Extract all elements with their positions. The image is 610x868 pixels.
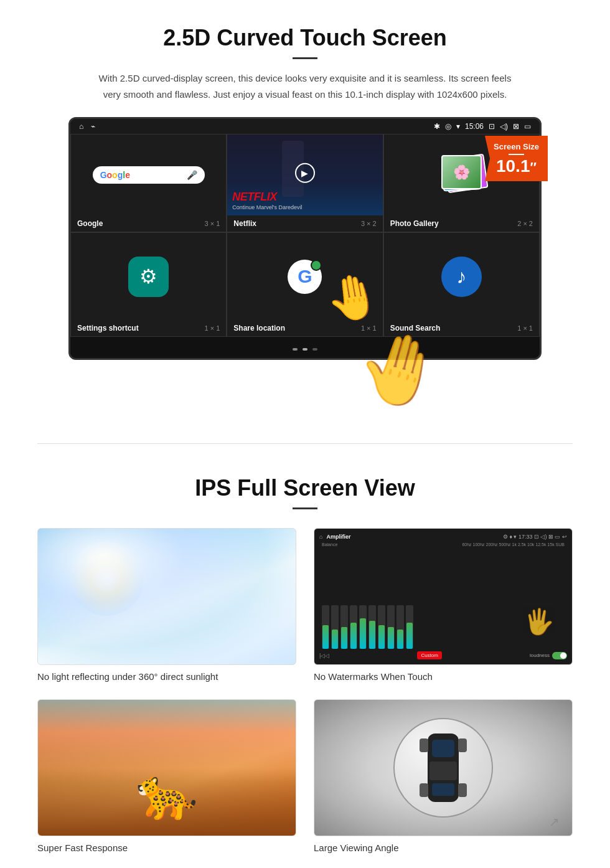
curved-title: 2.5D Curved Touch Screen [37,25,573,51]
feature-grid: No light reflecting under 360° direct su… [37,528,573,853]
camera-icon: ⊡ [489,122,495,131]
settings-cell-inner: ⚙ ⚙ [71,233,226,320]
app-cell-google[interactable]: Google 🎤 Google 3 × 1 [70,134,227,232]
settings-app-name: Settings shortcut [77,324,139,333]
badge-divider [509,154,524,155]
badge-title-text: Screen Size [494,142,539,151]
gmaps-icon-wrap: G [288,260,322,294]
device-frame: ⌂ ⌁ ✱ ◎ ▾ 15:06 ⊡ ◁) ⊠ ▭ [68,117,542,360]
svg-rect-2 [429,762,457,780]
badge-size-text: 10.1″ [494,158,539,175]
netflix-logo: NETFLIX [232,191,277,204]
feature-amplifier: ⌂ Amplifier ⚙ ♦ ▾ 17:33 ⊡ ◁) ⊠ ▭ ↩ Balan… [314,528,573,682]
amp-freq-labels: Balance 60hz 100hz 200hz 500hz 1k 2.5k 1… [319,542,567,547]
angle-arrow-icon: ↗ [549,814,560,829]
screen-size-badge: Screen Size 10.1″ [485,136,548,181]
settings-icon-wrap: ⚙ [128,257,169,297]
amp-loudness-label: loudness [530,653,550,658]
status-left: ⌂ ⌁ [79,122,95,131]
car-view-circle [393,718,493,818]
sunlight-caption: No light reflecting under 360° direct su… [37,671,296,682]
netflix-label-row: Netflix 3 × 2 [227,215,382,232]
photo-app-size: 2 × 2 [517,220,533,227]
amp-bar-6 [378,605,385,649]
netflix-subtitle: Continue Marvel's Daredevil [232,204,302,210]
flower-icon: 🌸 [453,164,470,181]
settings-label-row: Settings shortcut 1 × 1 [71,320,226,336]
google-app-name: Google [77,219,103,228]
ips-title: IPS Full Screen View [37,475,573,501]
amp-bar-0 [322,605,329,649]
share-cell-inner: G 🤚 [227,233,382,320]
title-underline [293,57,317,59]
amp-bar-8 [396,605,404,649]
svg-rect-6 [420,783,428,797]
g-maps-icon: G [288,260,322,294]
gear-icon: ⚙ [139,265,157,288]
device-container: Screen Size 10.1″ ⌂ ⌁ ✱ ◎ ▾ 15:06 ⊡ [68,117,542,360]
ips-title-underline [293,507,317,509]
section-divider [37,443,573,444]
amp-bars-section: 🖐 [319,547,567,649]
amp-bar-9 [406,605,413,649]
feature-car: ↗ Large Viewing Angle [314,699,573,853]
amp-header: ⌂ Amplifier ⚙ ♦ ▾ 17:33 ⊡ ◁) ⊠ ▭ ↩ [319,534,567,540]
volume-icon: ◁) [500,122,508,131]
hand-pointing-icon: 🤚 [321,268,383,328]
photo-app-name: Photo Gallery [390,219,439,228]
svg-rect-7 [458,783,467,797]
close-icon: ⊠ [513,122,519,131]
app-cell-share[interactable]: G 🤚 Share location 1 × 1 [227,232,383,337]
svg-rect-4 [420,738,428,752]
status-bar: ⌂ ⌁ ✱ ◎ ▾ 15:06 ⊡ ◁) ⊠ ▭ [70,119,540,134]
amp-prev-icon: |◁◁ [319,653,329,659]
photo-card-top: 🌸 [441,155,482,189]
pagination-dots [70,337,540,358]
photo-stack: 🌸 [436,150,486,200]
cheetah-emoji: 🐆 [136,765,198,823]
amp-bottom-controls: |◁◁ Custom loudness [319,651,567,659]
amp-icons: ⚙ ♦ ▾ 17:33 ⊡ ◁) ⊠ ▭ ↩ [503,534,567,540]
car-image: ↗ [314,699,573,836]
google-search-bar[interactable]: Google 🎤 [93,166,205,184]
window-icon: ▭ [524,122,531,131]
amp-custom-btn[interactable]: Custom [417,651,442,659]
amp-balance-label: Balance [322,542,337,547]
section-curved-touch: 2.5D Curved Touch Screen With 2.5D curve… [0,0,610,381]
app-cell-sound[interactable]: ♪ Sound Search 1 × 1 [383,232,540,337]
location-icon: ◎ [445,122,451,131]
google-logo: Google [100,170,130,180]
amp-title: Amplifier [326,534,350,540]
netflix-app-size: 3 × 2 [361,220,377,227]
feature-cheetah: 🐆 Super Fast Response [37,699,296,853]
amp-home-icon: ⌂ [319,534,322,540]
mic-icon: 🎤 [187,170,197,180]
sky-gradient [38,529,296,664]
curved-description: With 2.5D curved-display screen, this de… [93,70,517,102]
time-display: 15:06 [465,122,484,131]
settings-app-size: 1 × 1 [205,324,220,332]
svg-rect-1 [432,740,454,757]
photo-label-row: Photo Gallery 2 × 2 [384,215,539,232]
toggle-knob [560,653,566,659]
amp-bar-5 [368,605,376,649]
amp-loudness-toggle[interactable] [552,652,567,659]
sound-app-size: 1 × 1 [517,324,533,332]
sound-search-icon-wrap: ♪ [441,257,482,297]
netflix-overlay: NETFLIX Continue Marvel's Daredevil [227,134,382,215]
wifi-icon: ▾ [456,122,460,131]
amp-bar-2 [340,605,348,649]
google-app-size: 3 × 1 [205,220,220,227]
status-right: ✱ ◎ ▾ 15:06 ⊡ ◁) ⊠ ▭ [434,122,531,131]
sound-cell-inner: ♪ [384,233,539,320]
car-caption: Large Viewing Angle [314,842,573,853]
usb-icon: ⌁ [91,122,95,131]
amp-bar-4 [359,605,367,649]
sunlight-image [37,528,296,665]
app-cell-netflix[interactable]: ▶ NETFLIX Continue Marvel's Daredevil Ne… [227,134,383,232]
amplifier-image: ⌂ Amplifier ⚙ ♦ ▾ 17:33 ⊡ ◁) ⊠ ▭ ↩ Balan… [314,528,573,665]
cheetah-image: 🐆 [37,699,296,836]
amp-touch-hand-icon: 🖐 [523,607,555,636]
feature-sunlight: No light reflecting under 360° direct su… [37,528,296,682]
app-cell-settings[interactable]: ⚙ ⚙ Settings shortcut 1 × 1 [70,232,227,337]
